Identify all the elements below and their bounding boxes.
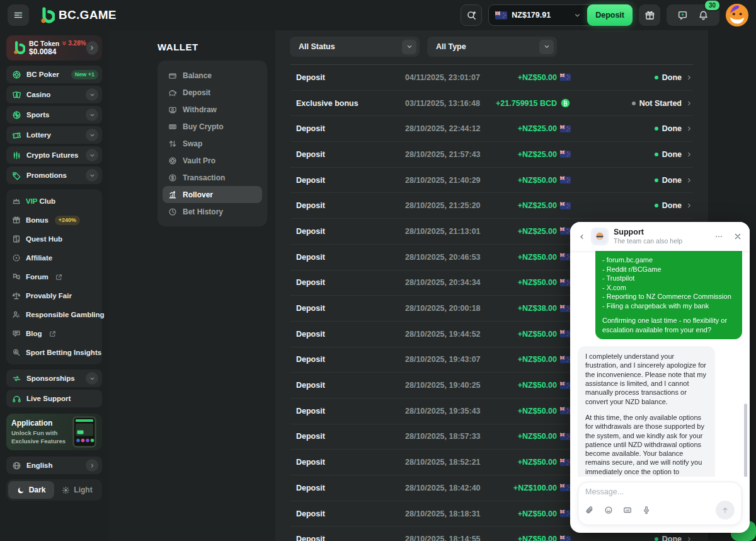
- sun-icon: [62, 486, 70, 494]
- brand-logo[interactable]: BC.GAME: [38, 7, 117, 24]
- sidebar-item-blog[interactable]: Blog: [6, 324, 102, 343]
- chevron-down-icon: [573, 11, 581, 20]
- transaction-amount: +NZ$50.00: [506, 354, 571, 365]
- status-filter[interactable]: All Status: [290, 37, 420, 57]
- arrow-up-icon: [721, 506, 730, 515]
- globe-icon: [12, 461, 21, 470]
- emoji-button[interactable]: [604, 506, 613, 515]
- table-row[interactable]: Deposit28/10/2025, 21:25:20+NZ$25.00Done: [290, 193, 693, 219]
- sidebar-item-sport-betting-insights[interactable]: Sport Betting Insights: [6, 343, 102, 362]
- nz-flag-icon: [560, 482, 571, 493]
- sidebar-item-bonus[interactable]: Bonus+240%: [6, 211, 102, 230]
- theme-light-button[interactable]: Light: [54, 481, 100, 499]
- chat-subtitle: The team can also help: [614, 237, 704, 245]
- chat-icon[interactable]: [677, 10, 688, 21]
- language-selector[interactable]: English: [6, 457, 102, 474]
- chat-scrollbar[interactable]: [744, 404, 747, 477]
- sidebar-item-vip-club[interactable]: VIP Club: [6, 192, 102, 211]
- sidebar-item-affiliate[interactable]: Affiliate: [6, 248, 102, 267]
- sidebar-item-lottery[interactable]: Lottery: [6, 126, 102, 144]
- sidebar-item-casino[interactable]: Casino: [6, 86, 102, 103]
- language-chevron-button[interactable]: [86, 459, 98, 472]
- transaction-datetime: 28/10/2025, 21:13:01: [405, 227, 506, 236]
- search-button[interactable]: [461, 4, 482, 26]
- table-row[interactable]: Deposit28/10/2025, 21:57:43+NZ$25.00Done: [290, 142, 693, 168]
- transaction-datetime: 28/10/2025, 18:18:31: [405, 509, 506, 518]
- sidebar-item-promotions[interactable]: Promotions: [6, 166, 102, 184]
- status-filter-chevron[interactable]: [402, 40, 416, 54]
- table-row[interactable]: Deposit28/10/2025, 21:40:29+NZ$50.00Done: [290, 168, 693, 194]
- wallet-item-rollover[interactable]: Rollover: [163, 186, 262, 203]
- sidebar-item-forum[interactable]: Forum: [6, 267, 102, 286]
- transaction-status: Done: [571, 201, 693, 210]
- chevron-down-icon: [406, 43, 413, 50]
- menu-button[interactable]: [8, 4, 29, 26]
- wallet-item-bet-history[interactable]: Bet History: [163, 203, 262, 220]
- sidebar-item-crypto-futures[interactable]: Crypto Futures: [6, 146, 102, 164]
- sidebar-item-sponsorships[interactable]: Sponsorships: [6, 369, 102, 387]
- nz-flag-icon: [560, 431, 571, 442]
- wallet-item-balance[interactable]: Balance: [163, 67, 262, 84]
- wallet-item-swap[interactable]: Swap: [163, 135, 262, 152]
- sidebar-item-live-support[interactable]: Live Support: [6, 390, 102, 407]
- transaction-type: Deposit: [296, 278, 405, 287]
- sidebar-item-sports[interactable]: Sports: [6, 106, 102, 124]
- expand-chevron-button[interactable]: [86, 372, 98, 385]
- table-row[interactable]: Exclusive bonus03/11/2025, 13:16:48+21.7…: [290, 91, 693, 117]
- expand-chevron-button[interactable]: [86, 88, 98, 101]
- sidebar-item-quest-hub[interactable]: Quest Hub: [6, 230, 102, 248]
- deposit-button[interactable]: Deposit: [587, 4, 633, 26]
- gif-button[interactable]: GIF: [623, 506, 632, 515]
- app-banner[interactable]: Application Unlock Fun with Exclusive Fe…: [6, 414, 102, 450]
- wallet-item-buy-crypto[interactable]: Buy Crypto: [163, 118, 262, 135]
- chat-back-button[interactable]: [578, 233, 586, 241]
- table-row[interactable]: Deposit28/10/2025, 22:44:12+NZ$25.00Done: [290, 116, 693, 142]
- chevron-right-icon: [685, 535, 693, 541]
- sidebar-item-responsible-gambling[interactable]: Responsible Gambling: [6, 305, 102, 324]
- sidebar-item-label: Crypto Futures: [26, 151, 81, 159]
- theme-dark-button[interactable]: Dark: [8, 481, 54, 499]
- chat-close-button[interactable]: [733, 232, 742, 241]
- table-row[interactable]: Deposit04/11/2025, 23:01:07+NZ$50.00Done: [290, 65, 693, 91]
- expand-chevron-button[interactable]: [86, 108, 98, 121]
- transaction-datetime: 03/11/2025, 13:16:48: [405, 99, 506, 108]
- chevron-right-icon: [89, 462, 96, 469]
- quest-icon: [12, 235, 21, 243]
- rewards-button[interactable]: [639, 4, 660, 26]
- type-filter[interactable]: All Type: [427, 37, 557, 57]
- type-filter-chevron[interactable]: [539, 40, 554, 54]
- attach-button[interactable]: [585, 506, 594, 515]
- chat-messages[interactable]: - forum.bc.game- Reddit r/BCGame- Trustp…: [570, 251, 750, 477]
- bell-icon[interactable]: [698, 10, 709, 21]
- chart-icon: [168, 190, 177, 199]
- voice-button[interactable]: [642, 506, 651, 515]
- coin-icon: [168, 173, 177, 182]
- expand-chevron-button[interactable]: [86, 129, 98, 141]
- transaction-amount: +NZ$50.00: [506, 405, 571, 416]
- external-icon: [49, 330, 56, 337]
- wallet-sidebar: WALLET BalanceDepositWithdrawBuy CryptoS…: [108, 30, 275, 541]
- chat-input[interactable]: Message... GIF: [578, 482, 742, 525]
- avatar[interactable]: [726, 4, 748, 26]
- send-button[interactable]: [716, 501, 735, 520]
- sidebar-item-provably-fair[interactable]: Provably Fair: [6, 286, 102, 305]
- withdraw-icon: [168, 105, 177, 114]
- currency-selector[interactable]: NZ$179.91 Deposit: [488, 4, 633, 26]
- sidebar-item-bc-poker[interactable]: BC PokerNew +1: [6, 66, 102, 83]
- phone-preview-icon: [72, 416, 97, 448]
- wallet-item-vault-pro[interactable]: Vault Pro: [163, 152, 262, 169]
- expand-chevron-button[interactable]: [86, 169, 98, 182]
- chat-more-button[interactable]: [714, 232, 723, 241]
- gift-icon: [12, 216, 21, 224]
- wallet-item-deposit[interactable]: Deposit: [163, 84, 262, 101]
- transaction-status: Done: [571, 176, 693, 185]
- expand-chevron-button[interactable]: [86, 149, 98, 161]
- wallet-item-withdraw[interactable]: Withdraw: [163, 101, 262, 118]
- bc-token-card[interactable]: BC Token 3.28% $0.0084: [6, 35, 102, 61]
- transaction-amount: +NZ$25.00: [506, 149, 571, 160]
- wallet-item-transaction[interactable]: Transaction: [163, 169, 262, 186]
- transaction-datetime: 28/10/2025, 18:52:21: [405, 458, 506, 467]
- token-expand-button[interactable]: [86, 41, 98, 55]
- nz-flag-icon: [560, 201, 571, 211]
- transaction-datetime: 28/10/2025, 21:57:43: [405, 150, 506, 159]
